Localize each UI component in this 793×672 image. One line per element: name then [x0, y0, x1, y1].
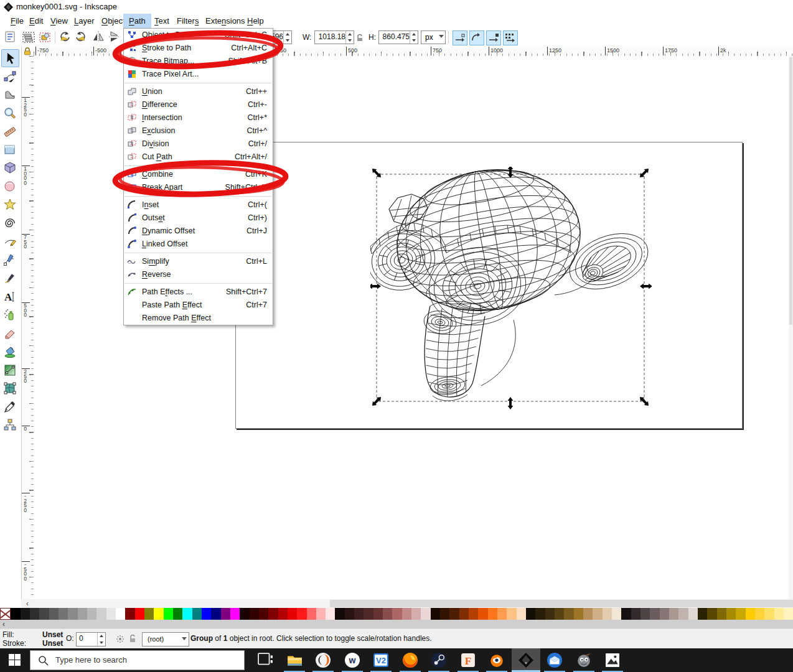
menu-item-trace-pixel-art[interactable]: Trace Pixel Art...: [124, 68, 273, 81]
palette-swatch[interactable]: [240, 608, 249, 620]
palette-swatch[interactable]: [59, 608, 68, 620]
palette-swatch[interactable]: [507, 608, 516, 620]
taskbar-app-blender[interactable]: [482, 648, 511, 672]
deselect-button[interactable]: [39, 30, 54, 45]
menu-item-dynamic-offset[interactable]: Dynamic OffsetCtrl+J: [124, 225, 273, 238]
opacity-field[interactable]: 0: [76, 632, 106, 646]
palette-swatch[interactable]: [764, 608, 774, 620]
palette-swatch[interactable]: [316, 608, 326, 620]
gradient-tool[interactable]: [1, 362, 19, 380]
scale-handle-n[interactable]: [508, 167, 514, 178]
height-spinner[interactable]: [410, 31, 418, 44]
taskbar-app-ve-app[interactable]: V2: [367, 648, 395, 672]
layer-lock-icon[interactable]: [129, 635, 136, 643]
mesh-gradient-tool[interactable]: [1, 380, 19, 398]
palette-swatch[interactable]: [0, 608, 11, 620]
palette-swatch[interactable]: [650, 608, 659, 620]
vertical-scroll-thumb[interactable]: [789, 57, 792, 325]
menu-item-intersection[interactable]: IntersectionCtrl+*: [124, 111, 273, 124]
palette-swatch[interactable]: [278, 608, 288, 620]
palette-swatch[interactable]: [373, 608, 383, 620]
taskbar-app-inkscape[interactable]: [512, 648, 540, 672]
opacity-spinner[interactable]: [97, 633, 105, 646]
palette-swatch[interactable]: [545, 608, 555, 620]
palette-swatch[interactable]: [192, 608, 202, 620]
palette-swatch[interactable]: [288, 608, 297, 620]
palette-swatch[interactable]: [669, 608, 678, 620]
rotate-ccw-button[interactable]: [59, 30, 73, 45]
palette-swatch[interactable]: [87, 608, 96, 620]
palette-swatch[interactable]: [574, 608, 583, 620]
palette-swatch[interactable]: [135, 608, 144, 620]
palette-swatch[interactable]: [402, 608, 411, 620]
palette-swatch[interactable]: [583, 608, 593, 620]
menu-item-break-apart[interactable]: Break ApartShift+Ctrl+K: [124, 181, 273, 194]
palette-swatch[interactable]: [688, 608, 698, 620]
taskbar-app-w-app[interactable]: w: [338, 648, 367, 672]
palette-swatch[interactable]: [755, 608, 764, 620]
palette-swatch[interactable]: [211, 608, 220, 620]
taskbar-app-f-app[interactable]: F: [454, 648, 482, 672]
palette-swatch[interactable]: [354, 608, 364, 620]
palette-swatch[interactable]: [660, 608, 669, 620]
move-patterns-toggle[interactable]: [503, 30, 518, 45]
menu-item-remove-path-effect[interactable]: Remove Path Effect: [124, 312, 273, 325]
taskbar-app-photos[interactable]: [598, 648, 627, 672]
y-spinner[interactable]: [283, 31, 291, 44]
spiral-tool[interactable]: [1, 215, 19, 233]
palette-swatch[interactable]: [164, 608, 173, 620]
palette-swatch[interactable]: [517, 608, 526, 620]
start-button[interactable]: [0, 648, 30, 672]
palette-swatch[interactable]: [459, 608, 469, 620]
palette-swatch[interactable]: [726, 608, 736, 620]
palette-swatch[interactable]: [39, 608, 49, 620]
connector-tool[interactable]: [1, 416, 19, 434]
lock-ratio-icon[interactable]: [356, 34, 364, 42]
palette-swatch[interactable]: [383, 608, 392, 620]
palette-swatch[interactable]: [202, 608, 211, 620]
menu-path[interactable]: Path: [123, 14, 151, 29]
palette-swatch[interactable]: [154, 608, 163, 620]
palette-swatch[interactable]: [250, 608, 259, 620]
palette-swatch[interactable]: [707, 608, 716, 620]
palette-swatch[interactable]: [259, 608, 268, 620]
palette-swatch[interactable]: [106, 608, 116, 620]
scale-handle-w[interactable]: [370, 284, 381, 289]
flip-vertical-button[interactable]: [108, 30, 123, 45]
menu-item-division[interactable]: DivisionCtrl+/: [124, 138, 273, 151]
menu-item-exclusion[interactable]: ExclusionCtrl+^: [124, 124, 273, 138]
palette-swatch[interactable]: [421, 608, 430, 620]
palette-swatch[interactable]: [774, 608, 784, 620]
height-field[interactable]: 860.475: [378, 30, 418, 44]
palette-swatch[interactable]: [30, 608, 39, 620]
layer-dropdown[interactable]: (root): [142, 632, 189, 646]
palette-swatch[interactable]: [535, 608, 545, 620]
taskbar-app-firefox[interactable]: [396, 648, 425, 672]
eraser-tool[interactable]: [1, 325, 19, 343]
tweak-tool[interactable]: [1, 86, 19, 104]
palette-swatch[interactable]: [621, 608, 631, 620]
select-all-layers-button[interactable]: [22, 30, 37, 45]
menu-item-trace-bitmap[interactable]: Trace Bitmap...Shift+Alt+B: [124, 55, 273, 68]
rotate-cw-button[interactable]: [75, 30, 90, 45]
palette-scrollbar[interactable]: ‹: [0, 620, 793, 628]
taskbar-app-round-orange-app[interactable]: [309, 648, 337, 672]
palette-swatch[interactable]: [746, 608, 755, 620]
palette-swatch[interactable]: [11, 608, 20, 620]
palette-swatch[interactable]: [116, 608, 125, 620]
palette-swatch[interactable]: [469, 608, 478, 620]
palette-swatch[interactable]: [144, 608, 154, 620]
rectangle-tool[interactable]: [1, 141, 19, 159]
taskbar-app-steam[interactable]: [425, 648, 453, 672]
unit-dropdown[interactable]: px: [421, 30, 446, 44]
horizontal-scroll-thumb[interactable]: [330, 600, 793, 607]
palette-swatch[interactable]: [125, 608, 134, 620]
ellipse-tool[interactable]: [1, 178, 19, 196]
palette-swatch[interactable]: [431, 608, 440, 620]
menu-layer[interactable]: Layer: [68, 14, 100, 29]
calligraphy-tool[interactable]: [1, 269, 19, 287]
bucket-fill-tool[interactable]: [1, 343, 19, 361]
text-tool[interactable]: A: [1, 288, 19, 306]
palette-swatch[interactable]: [78, 608, 87, 620]
node-editor-tool[interactable]: [1, 68, 19, 86]
